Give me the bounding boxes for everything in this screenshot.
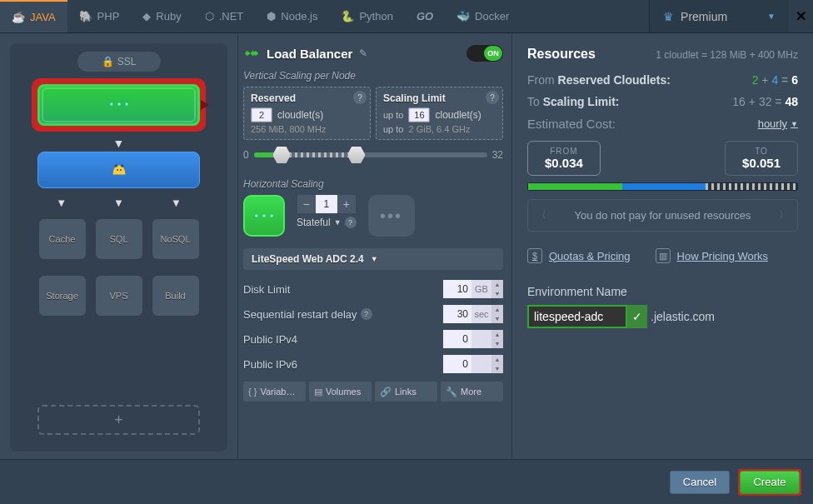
next-tip-icon[interactable]: 〉 [779,208,789,222]
scaling-mode-select[interactable]: Stateful▼? [297,217,357,228]
vps-node[interactable]: VPS [96,276,142,316]
tab-ruby[interactable]: ◆Ruby [131,0,192,32]
pricing-link[interactable]: ▥How Pricing Works [656,248,769,263]
python-icon: 🐍 [341,10,354,22]
diamonds-icon [243,45,260,62]
reserved-input[interactable]: 2 [251,107,272,122]
create-button[interactable]: Create [740,471,800,494]
chevron-down-icon: ▼ [791,120,798,128]
help-icon[interactable]: ? [345,217,357,228]
stack-select[interactable]: LiteSpeed Web ADC 2.4▼ [243,248,503,270]
node-icon: ⬢ [267,10,276,22]
hs-node-icon [243,195,285,237]
region-select[interactable]: ♛ Premium ▼ [649,0,789,32]
prev-tip-icon[interactable]: 〈 [536,208,546,222]
reserved-card: ? Reserved 2cloudlet(s) 256 MiB, 800 MHz [243,87,371,140]
tab-dotnet[interactable]: ⬡.NET [193,0,256,32]
document-icon: ▥ [656,248,671,263]
ssl-toggle[interactable]: 🔒SSL [77,52,161,72]
disk-limit-input[interactable]: 10GB▲▼ [443,280,503,298]
disk-limit-label: Disk Limit [243,283,290,296]
app-server-node[interactable] [37,152,200,188]
tab-docker[interactable]: 🐳Docker [445,0,521,32]
lb-node-selected[interactable] [32,78,206,132]
nosql-node[interactable]: NoSQL [152,219,199,259]
tab-java[interactable]: ☕JAVA [0,0,67,32]
dollar-icon: $ [527,248,542,263]
scaling-limit-card: ? Scaling Limit up to16cloudlet(s) up to… [376,87,503,140]
braces-icon: { } [248,387,257,397]
tab-python[interactable]: 🐍Python [329,0,404,32]
cost-to-box: TO $0.051 [725,141,798,176]
ipv4-label: Public IPv4 [243,333,297,346]
ipv6-label: Public IPv6 [243,358,297,371]
slider-thumb-reserved[interactable] [272,146,291,164]
node-title: Load Balancer [267,47,352,61]
cost-progress [527,182,798,191]
vertical-scaling-label: Vertical Scaling per Node [243,70,503,82]
restart-delay-label: Sequential restart delay? [243,308,372,321]
disk-icon: ▤ [314,387,322,397]
restart-delay-input[interactable]: 30sec▲▼ [443,305,503,323]
hs-minus[interactable]: − [297,195,316,213]
link-icon: 🔗 [380,387,392,397]
cancel-button[interactable]: Cancel [670,471,730,494]
wrench-icon: 🔧 [446,387,457,397]
chevron-down-icon: ▼ [334,218,342,227]
more-button[interactable]: 🔧More [441,382,503,402]
chevron-down-icon: ▼ [371,255,378,263]
cloudlet-slider[interactable]: 0 32 [243,145,503,165]
env-domain: .jelastic.com [647,310,715,323]
php-icon: 🐘 [79,10,92,22]
ruby-icon: ◆ [142,10,151,22]
hs-stepper[interactable]: − 1 + [297,195,356,213]
env-name-input[interactable] [527,305,627,328]
close-icon[interactable]: ✕ [789,8,813,24]
chevron-down-icon: ▼ [767,12,776,21]
branch-arrows: ▼▼▼ [56,197,182,209]
add-layer-button[interactable]: + [37,405,200,435]
help-icon[interactable]: ? [353,91,367,104]
crown-icon: ♛ [663,10,674,23]
quotas-link[interactable]: $Quotas & Pricing [527,248,631,263]
pencil-icon[interactable]: ✎ [359,47,367,59]
diamonds-icon [108,97,130,112]
tomcat-icon [110,161,128,179]
language-tabs: ☕JAVA 🐘PHP ◆Ruby ⬡.NET ⬢Node.js 🐍Python … [0,0,813,33]
region-label: Premium [681,10,727,23]
help-icon[interactable]: ? [361,308,372,320]
hs-count: 1 [316,195,337,213]
storage-node[interactable]: Storage [39,276,86,316]
ipv6-input[interactable]: 0▲▼ [443,355,503,373]
go-icon: GO [416,10,433,22]
limit-input[interactable]: 16 [408,107,430,122]
lb-toggle[interactable]: ON [466,45,503,62]
dialog-footer: Cancel Create [0,459,813,504]
estimated-cost-label: Estimated Cost: [527,117,616,131]
slider-thumb-limit[interactable] [347,146,366,164]
links-button[interactable]: 🔗Links [375,382,437,402]
cache-node[interactable]: Cache [39,219,86,259]
cloudlet-definition: 1 cloudlet = 128 MiB + 400 MHz [656,49,798,61]
svg-point-0 [117,169,118,171]
resources-panel: Resources 1 cloudlet = 128 MiB + 400 MHz… [512,33,813,458]
cost-period-select[interactable]: hourly▼ [758,117,798,130]
topology-panel: 🔒SSL ▼ ▼▼▼ Cache SQL NoSQL Storage VPS B… [0,33,237,458]
ipv4-input[interactable]: 0▲▼ [443,330,503,348]
cost-from-box: FROM $0.034 [527,141,601,176]
tab-php[interactable]: 🐘PHP [67,0,132,32]
env-name-label: Environment Name [527,285,798,298]
hs-plus[interactable]: + [337,195,356,213]
hs-add-node[interactable]: ••• [368,195,415,237]
docker-icon: 🐳 [456,10,470,22]
variables-button[interactable]: { }Variab… [243,382,306,402]
help-icon[interactable]: ? [486,91,499,104]
sql-node[interactable]: SQL [96,219,142,259]
check-icon: ✓ [627,305,647,328]
horizontal-scaling-label: Horizontal Scaling [243,178,503,190]
volumes-button[interactable]: ▤Volumes [309,382,372,402]
arrow-down-icon: ▼ [113,137,125,150]
build-node[interactable]: Build [152,276,199,316]
tab-node[interactable]: ⬢Node.js [255,0,329,32]
tab-go[interactable]: GO [405,0,445,32]
